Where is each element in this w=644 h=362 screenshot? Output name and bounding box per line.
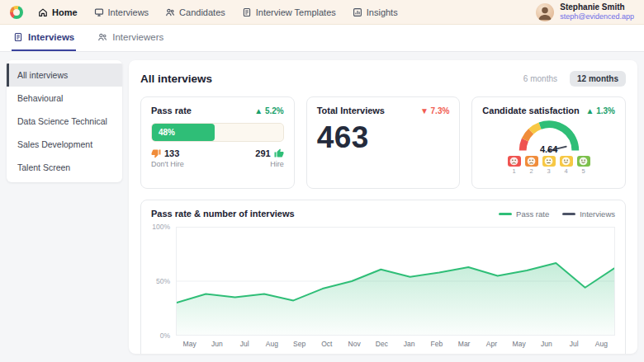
emoji-neutral-icon — [542, 156, 556, 167]
monitor-icon — [94, 7, 104, 17]
user-menu[interactable]: Stephanie Smith steph@evidenced.app — [536, 2, 634, 21]
range-button-6-months[interactable]: 6 months — [516, 71, 565, 87]
pass-rate-bar: 48% — [151, 123, 284, 142]
nav-item-home[interactable]: Home — [38, 7, 78, 17]
satisfaction-level-2: 2 — [525, 156, 538, 175]
x-axis-label: Jul — [561, 340, 588, 348]
y-axis-label: 100% — [152, 223, 170, 231]
tab-interviewers[interactable]: Interviewers — [96, 25, 165, 51]
x-axis-label: Oct — [313, 340, 340, 348]
main-panel: All interviews 6 months12 months Pass ra… — [129, 60, 637, 354]
x-axis-label: Jan — [395, 340, 423, 348]
x-axis-label: Dec — [368, 340, 395, 348]
tab-label: Interviewers — [112, 32, 163, 42]
topnav-items: HomeInterviewsCandidatesInterview Templa… — [38, 7, 398, 17]
user-name: Stephanie Smith — [560, 2, 634, 12]
emoji-sad-icon — [525, 156, 538, 167]
page-title: All interviews — [140, 73, 212, 85]
interview-type-sidebar: All interviewsBehaviouralData Science Te… — [7, 60, 122, 182]
satisfaction-gauge: 4.64 — [509, 116, 589, 154]
home-icon — [38, 7, 48, 17]
pass-rate-delta: ▲ 5.2% — [254, 106, 283, 115]
satisfaction-level-3: 3 — [542, 156, 556, 175]
legend-label: Interviews — [580, 209, 615, 219]
satisfaction-delta: ▲ 1.3% — [586, 106, 615, 115]
y-axis-labels: 0%50%100% — [151, 227, 176, 336]
nav-item-interview-templates[interactable]: Interview Templates — [242, 7, 336, 17]
x-axis-label: Sep — [286, 340, 313, 348]
x-axis-label: Aug — [258, 340, 286, 348]
emoji-happy-icon — [560, 156, 573, 167]
scale-number: 2 — [530, 167, 533, 175]
satisfaction-level-5: 5 — [577, 156, 590, 175]
satisfaction-card: Candidate satisfaction ▲ 1.3% 4.64 12345 — [471, 96, 626, 189]
satisfaction-scale: 12345 — [482, 156, 615, 175]
x-axis-label: Apr — [478, 340, 505, 348]
satisfaction-level-1: 1 — [508, 156, 521, 175]
y-axis-label: 0% — [160, 331, 170, 340]
legend-swatch — [499, 213, 512, 215]
nav-item-interviews[interactable]: Interviews — [94, 7, 149, 17]
person-photo-icon — [536, 3, 554, 21]
thumbs-up-icon — [274, 148, 284, 158]
satisfaction-value: 4.64 — [509, 144, 589, 154]
total-interviews-title: Total Interviews — [317, 106, 385, 115]
user-email: steph@evidenced.app — [560, 12, 634, 21]
dont-hire-count: 133 — [164, 148, 179, 158]
scale-number: 1 — [513, 167, 516, 175]
nav-item-label: Home — [52, 7, 78, 17]
sub-navigation: InterviewsInterviewers — [0, 25, 644, 52]
satisfaction-title: Candidate satisfaction — [482, 106, 579, 115]
y-axis-label: 50% — [156, 277, 170, 285]
x-axis-label: Mar — [451, 340, 478, 348]
x-axis-label: Nov — [341, 340, 368, 348]
x-axis-label: Jun — [533, 340, 560, 348]
x-axis-label: Jul — [231, 340, 258, 348]
nav-item-candidates[interactable]: Candidates — [165, 7, 225, 17]
dont-hire-stat: 133 Don't Hire — [151, 148, 184, 168]
legend-item-pass-rate[interactable]: Pass rate — [499, 209, 549, 219]
nav-item-label: Insights — [367, 7, 398, 17]
pass-rate-title: Pass rate — [151, 106, 192, 115]
tab-interviews[interactable]: Interviews — [12, 25, 76, 51]
pass-rate-card: Pass rate ▲ 5.2% 48% 133 Don't Hire — [140, 96, 295, 189]
sidebar-item-talent-screen[interactable]: Talent Screen — [7, 156, 122, 179]
template-icon — [242, 7, 252, 17]
range-button-12-months[interactable]: 12 months — [570, 71, 626, 87]
emoji-love-icon — [577, 156, 590, 167]
nav-item-label: Interview Templates — [256, 7, 336, 17]
legend-swatch — [562, 213, 575, 215]
legend-item-interviews[interactable]: Interviews — [562, 209, 615, 219]
scale-number: 3 — [547, 167, 551, 175]
sidebar-item-all-interviews[interactable]: All interviews — [7, 63, 122, 87]
app-logo[interactable] — [10, 6, 23, 19]
people-icon — [165, 7, 175, 17]
pass-rate-bar-fill: 48% — [152, 124, 215, 141]
x-axis-label: May — [176, 340, 203, 348]
x-axis-label: Feb — [423, 340, 450, 348]
chart-title: Pass rate & number of interviews — [151, 209, 295, 219]
sidebar-item-behavioural[interactable]: Behavioural — [7, 87, 122, 110]
satisfaction-level-4: 4 — [560, 156, 573, 175]
insights-icon — [353, 7, 362, 17]
avatar — [536, 3, 554, 21]
thumbs-down-icon — [151, 148, 161, 158]
range-toggle: 6 months12 months — [516, 71, 626, 87]
nav-item-label: Candidates — [179, 7, 225, 17]
x-axis-label: Aug — [588, 340, 615, 348]
tab-label: Interviews — [28, 32, 74, 42]
top-navigation: HomeInterviewsCandidatesInterview Templa… — [0, 0, 644, 25]
emoji-angry-icon — [508, 156, 521, 167]
hire-count: 291 — [255, 148, 270, 158]
total-interviews-value: 463 — [317, 120, 450, 155]
x-axis-label: May — [505, 340, 533, 348]
nav-item-insights[interactable]: Insights — [353, 7, 398, 17]
total-interviews-delta: ▼ 7.3% — [420, 106, 449, 115]
x-axis-label: Jun — [203, 340, 230, 348]
chart-legend: Pass rateInterviews — [499, 209, 615, 219]
hire-stat: 291 Hire — [255, 148, 283, 168]
hire-label: Hire — [255, 160, 283, 168]
sidebar-item-data-science-technical[interactable]: Data Science Technical — [7, 110, 122, 133]
legend-label: Pass rate — [516, 209, 549, 219]
sidebar-item-sales-development[interactable]: Sales Development — [7, 133, 122, 156]
